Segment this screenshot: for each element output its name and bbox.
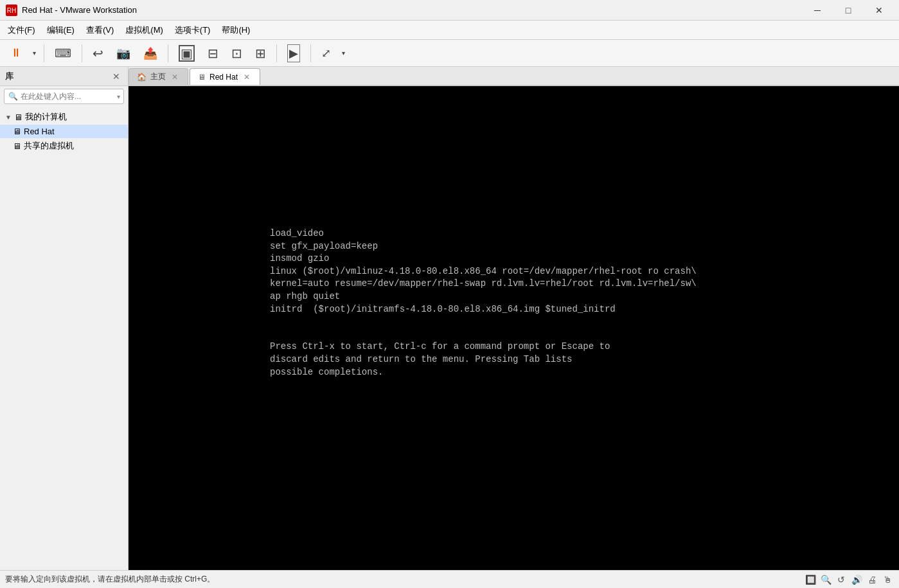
keyboard-icon: ⌨: [55, 46, 71, 60]
send-cad-button[interactable]: ⌨: [49, 42, 76, 64]
sidebar-tree: ▼ 🖥 我的计算机 🖥 Red Hat 🖥 共享的虚拟机: [0, 107, 128, 570]
main-area: 库 ✕ 🔍 ▾ ▼ 🖥 我的计算机 🖥 Red Hat 🖥 共享的虚拟机: [0, 67, 899, 570]
maximize-button[interactable]: □: [833, 0, 863, 21]
menu-view[interactable]: 查看(V): [81, 22, 119, 39]
tab-red-hat-label: Red Hat: [209, 73, 238, 82]
menu-edit[interactable]: 编辑(E): [42, 22, 80, 39]
tab-red-hat-icon: 🖥: [198, 73, 206, 82]
sidebar-header: 库 ✕: [0, 67, 128, 86]
view-normal-icon: ▣: [179, 45, 195, 62]
collapse-icon: ▼: [5, 114, 12, 121]
search-bar[interactable]: 🔍 ▾: [4, 89, 124, 104]
view-normal-button[interactable]: ▣: [174, 42, 200, 64]
app-icon: RH: [5, 4, 18, 17]
vm-screen[interactable]: load_video set gfx_payload=keep insmod g…: [129, 86, 899, 570]
console-button[interactable]: ▶: [282, 42, 305, 64]
terminal-content: load_video set gfx_payload=keep insmod g…: [257, 215, 709, 391]
view-fullscreen-button[interactable]: ⊡: [226, 42, 247, 64]
console-icon: ▶: [287, 44, 300, 62]
display-button[interactable]: ⤢: [316, 42, 336, 64]
title-bar: RH Red Hat - VMware Workstation ─ □ ✕: [0, 0, 899, 21]
snapshot-button[interactable]: 📷: [111, 42, 136, 64]
sidebar-close-button[interactable]: ✕: [110, 70, 123, 83]
sidebar-title: 库: [5, 71, 110, 82]
status-icon-3[interactable]: ↺: [835, 573, 848, 586]
close-button[interactable]: ✕: [864, 0, 894, 21]
toolbar-divider-3: [168, 44, 168, 62]
menu-help[interactable]: 帮助(H): [217, 22, 255, 39]
tab-home-label: 主页: [150, 71, 166, 82]
status-icons: 🔲 🔍 ↺ 🔊 🖨 🖱: [804, 573, 894, 586]
view-split-button[interactable]: ⊞: [250, 42, 271, 64]
tree-label-shared-vms: 共享的虚拟机: [24, 140, 74, 152]
menu-bar: 文件(F) 编辑(E) 查看(V) 虚拟机(M) 选项卡(T) 帮助(H): [0, 21, 899, 40]
tab-bar: 🏠 主页 ✕ 🖥 Red Hat ✕: [129, 67, 899, 86]
home-icon: 🏠: [137, 73, 147, 82]
toolbar-divider-4: [276, 44, 277, 62]
tab-red-hat-close[interactable]: ✕: [242, 72, 252, 82]
pause-icon: ⏸: [10, 46, 22, 60]
camera-icon: 📷: [116, 46, 130, 60]
revert-icon: ↩: [93, 46, 103, 61]
toolbar-divider-2: [82, 44, 82, 62]
tree-item-red-hat[interactable]: 🖥 Red Hat: [0, 125, 128, 138]
sidebar: 库 ✕ 🔍 ▾ ▼ 🖥 我的计算机 🖥 Red Hat 🖥 共享的虚拟机: [0, 67, 129, 570]
status-text: 要将输入定向到该虚拟机，请在虚拟机内部单击或按 Ctrl+G。: [5, 574, 799, 585]
pause-button[interactable]: ⏸: [5, 42, 27, 64]
view-unity-icon: ⊟: [208, 46, 218, 61]
menu-tabs[interactable]: 选项卡(T): [170, 22, 216, 39]
search-input[interactable]: [21, 92, 117, 101]
toolbar-divider-1: [44, 44, 44, 62]
menu-file[interactable]: 文件(F): [3, 22, 40, 39]
tab-home-close[interactable]: ✕: [170, 72, 180, 82]
vm-icon-shared: 🖥: [13, 141, 21, 151]
status-bar: 要将输入定向到该虚拟机，请在虚拟机内部单击或按 Ctrl+G。 🔲 🔍 ↺ 🔊 …: [0, 570, 899, 588]
tree-label-my-computer: 我的计算机: [25, 111, 67, 123]
status-icon-1[interactable]: 🔲: [804, 573, 817, 586]
display-icon: ⤢: [321, 46, 331, 60]
snapshot-restore-button[interactable]: 📤: [138, 42, 163, 64]
search-dropdown-icon[interactable]: ▾: [117, 93, 120, 100]
status-icon-6[interactable]: 🖱: [881, 573, 894, 586]
toolbar: ⏸ ▾ ⌨ ↩ 📷 📤 ▣ ⊟ ⊡ ⊞ ▶ ⤢ ▾: [0, 40, 899, 67]
view-unity-button[interactable]: ⊟: [202, 42, 224, 64]
tree-item-shared-vms[interactable]: 🖥 共享的虚拟机: [0, 138, 128, 154]
tab-red-hat[interactable]: 🖥 Red Hat ✕: [190, 68, 260, 85]
view-fullscreen-icon: ⊡: [231, 46, 242, 61]
search-icon: 🔍: [8, 92, 18, 101]
minimize-button[interactable]: ─: [803, 0, 832, 21]
toolbar-divider-5: [310, 44, 311, 62]
tree-item-my-computer[interactable]: ▼ 🖥 我的计算机: [0, 109, 128, 125]
view-split-icon: ⊞: [255, 46, 266, 61]
status-icon-5[interactable]: 🖨: [866, 573, 878, 586]
tab-home[interactable]: 🏠 主页 ✕: [129, 68, 188, 85]
svg-text:RH: RH: [7, 7, 16, 14]
window-controls: ─ □ ✕: [803, 0, 894, 21]
revert-button[interactable]: ↩: [87, 42, 109, 64]
pause-dropdown[interactable]: ▾: [30, 42, 39, 64]
tree-label-red-hat: Red Hat: [24, 127, 55, 136]
window-title: Red Hat - VMware Workstation: [22, 5, 803, 15]
vm-icon-red-hat: 🖥: [13, 127, 21, 136]
display-dropdown[interactable]: ▾: [339, 42, 348, 64]
restore-icon: 📤: [143, 46, 157, 60]
status-icon-2[interactable]: 🔍: [819, 573, 832, 586]
computer-icon: 🖥: [14, 112, 22, 122]
content-area: 🏠 主页 ✕ 🖥 Red Hat ✕ load_video set gfx_pa…: [129, 67, 899, 570]
menu-vm[interactable]: 虚拟机(M): [120, 22, 168, 39]
status-icon-4[interactable]: 🔊: [850, 573, 863, 586]
